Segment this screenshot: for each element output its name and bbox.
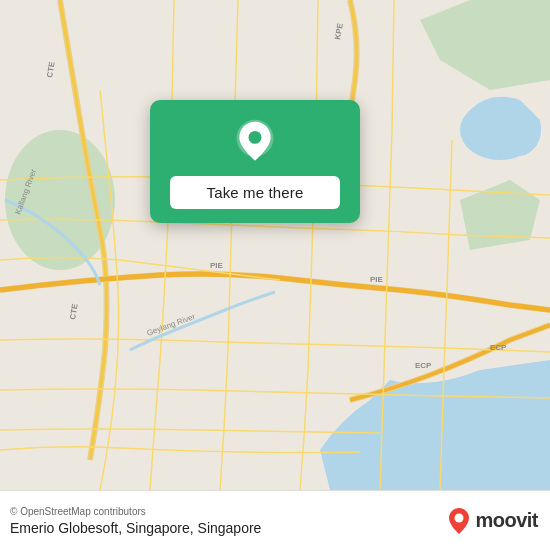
location-name: Emerio Globesoft, Singapore, Singapore (10, 520, 261, 536)
moovit-pin-icon (447, 507, 471, 535)
svg-text:ECP: ECP (415, 361, 432, 370)
bottom-bar: © OpenStreetMap contributors Emerio Glob… (0, 490, 550, 550)
moovit-logo: moovit (447, 507, 538, 535)
map-container: CTE CTE KPE KPE PIE PIE ECP ECP Geylang … (0, 0, 550, 490)
svg-point-14 (249, 131, 262, 144)
svg-text:PIE: PIE (210, 261, 224, 270)
location-pin-icon (231, 118, 279, 166)
svg-text:PIE: PIE (370, 275, 384, 284)
svg-point-15 (455, 513, 464, 522)
attribution-text: © OpenStreetMap contributors (10, 506, 261, 517)
moovit-text: moovit (475, 509, 538, 532)
bottom-info: © OpenStreetMap contributors Emerio Glob… (10, 506, 261, 536)
action-card: Take me there (150, 100, 360, 223)
svg-text:ECP: ECP (490, 343, 507, 352)
take-me-there-button[interactable]: Take me there (170, 176, 340, 209)
